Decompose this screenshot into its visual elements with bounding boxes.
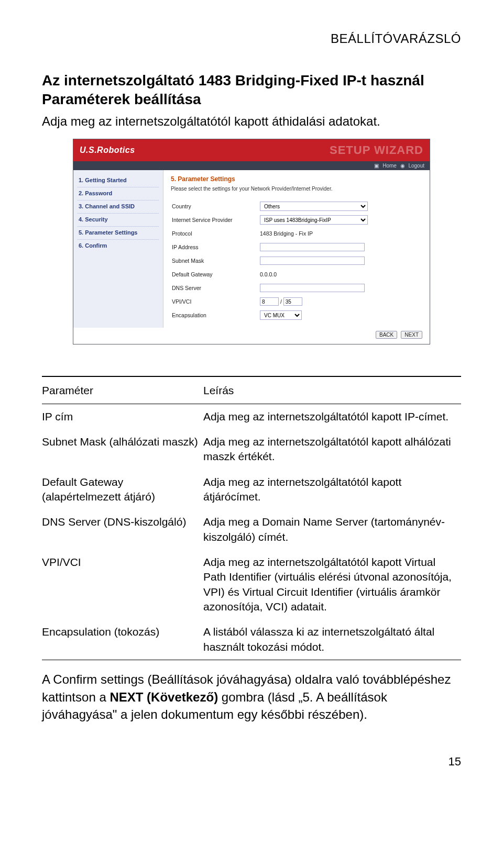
vpi-label: VPI/VCI xyxy=(172,295,259,308)
gw-value: 0.0.0.0 xyxy=(260,268,371,281)
nav-step-4[interactable]: 4. Security xyxy=(78,214,159,227)
banner: U.S.Robotics SETUP WIZARD xyxy=(73,139,430,161)
enc-select[interactable]: VC MUX xyxy=(260,310,302,320)
wizard-main: 5. Parameter Settings Please select the … xyxy=(163,170,430,328)
vpi-sep: / xyxy=(280,298,282,305)
col-desc: Leírás xyxy=(203,378,461,403)
vci-input[interactable] xyxy=(283,297,302,306)
intro-text: Adja meg az internetszolgáltatótól kapot… xyxy=(42,113,461,129)
top-linkbar: ▣ Home ◉ Logout xyxy=(73,161,430,170)
protocol-value: 1483 Bridging - Fix IP xyxy=(260,227,371,240)
table-rule-bottom xyxy=(42,660,461,660)
brand-logo: U.S.Robotics xyxy=(80,146,135,155)
page-subtitle: Paraméterek beállítása xyxy=(42,91,461,108)
next-button[interactable]: NEXT xyxy=(401,331,422,339)
vpi-input[interactable] xyxy=(260,297,279,306)
page-number: 15 xyxy=(42,755,461,769)
wizard-nav: 1. Getting Started 2. Password 3. Channe… xyxy=(73,170,163,328)
country-select[interactable]: Others xyxy=(260,202,368,211)
breadcrumb: BEÁLLÍTÓVARÁZSLÓ xyxy=(42,31,461,46)
param-table: Paraméter Leírás IP címAdja meg az inter… xyxy=(42,378,461,660)
ip-label: IP Address xyxy=(172,241,259,253)
mask-input[interactable] xyxy=(260,257,365,265)
dns-input[interactable] xyxy=(260,284,365,292)
panel-title: 5. Parameter Settings xyxy=(171,175,422,183)
settings-form: Country Others Internet Service Provider… xyxy=(171,199,372,322)
back-button[interactable]: BACK xyxy=(376,331,397,339)
logout-icon: ◉ xyxy=(400,163,405,169)
home-link[interactable]: Home xyxy=(382,163,397,169)
col-param: Paraméter xyxy=(42,378,203,403)
mask-label: Subnet Mask xyxy=(172,254,259,267)
enc-label: Encapsulation xyxy=(172,309,259,321)
next-label: NEXT (Következő) xyxy=(110,690,218,704)
nav-step-1[interactable]: 1. Getting Started xyxy=(78,174,159,187)
nav-step-3[interactable]: 3. Channel and SSID xyxy=(78,201,159,214)
wizard-logo: SETUP WIZARD xyxy=(330,143,423,157)
nav-step-2[interactable]: 2. Password xyxy=(78,187,159,201)
gw-label: Default Gateway xyxy=(172,268,259,281)
table-row: DNS Server (DNS-kiszolgáló)Adja meg a Do… xyxy=(42,509,461,550)
country-label: Country xyxy=(172,200,259,213)
home-icon: ▣ xyxy=(374,163,379,169)
protocol-label: Protocol xyxy=(172,227,259,240)
table-row: Subnet Mask (alhálózati maszk)Adja meg a… xyxy=(42,429,461,470)
table-rule-top xyxy=(42,376,461,377)
wizard-screenshot: U.S.Robotics SETUP WIZARD ▣ Home ◉ Logou… xyxy=(73,139,430,344)
after-text: A Confirm settings (Beállítások jóváhagy… xyxy=(42,671,461,724)
isp-label: Internet Service Provider xyxy=(172,214,259,226)
panel-desc: Please select the settings for your Netw… xyxy=(171,186,422,192)
ip-input[interactable] xyxy=(260,243,365,251)
nav-step-5[interactable]: 5. Parameter Settings xyxy=(78,227,159,240)
nav-step-6[interactable]: 6. Confirm xyxy=(78,240,159,252)
table-row: Default Gateway (alapértelmezett átjáró)… xyxy=(42,470,461,510)
logout-link[interactable]: Logout xyxy=(408,163,424,169)
table-row: Encapsulation (tokozás)A listából válass… xyxy=(42,619,461,660)
page-title: Az internetszolgáltató 1483 Bridging-Fix… xyxy=(42,72,461,89)
dns-label: DNS Server xyxy=(172,282,259,294)
table-row: VPI/VCIAdja meg az internetszolgáltatótó… xyxy=(42,550,461,619)
isp-select[interactable]: ISP uses 1483Bridging-FixIP xyxy=(260,215,368,225)
table-row: IP címAdja meg az internetszolgáltatótól… xyxy=(42,404,461,429)
